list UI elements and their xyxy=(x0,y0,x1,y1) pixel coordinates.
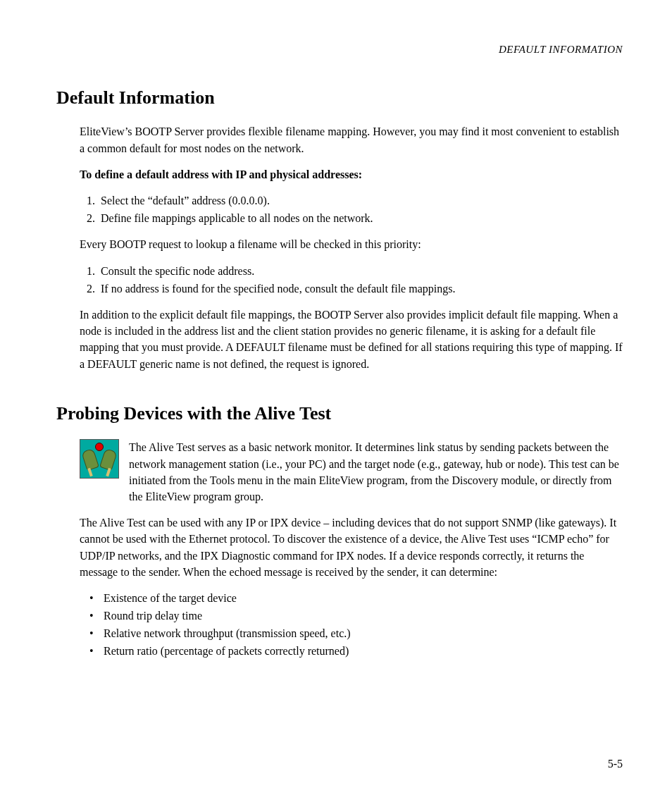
heading-alive-test: Probing Devices with the Alive Test xyxy=(56,400,623,427)
list-item: Existence of the target device xyxy=(89,590,623,606)
running-header: DEFAULT INFORMATION xyxy=(56,42,623,58)
list-item: Consult the specific node address. xyxy=(98,263,623,279)
procedure-title: To define a default address with IP and … xyxy=(80,166,623,183)
paragraph-alive-details: The Alive Test can be used with any IP o… xyxy=(80,515,623,580)
alive-test-icon xyxy=(80,439,119,479)
list-item: Return ratio (percentage of packets corr… xyxy=(89,643,623,659)
list-item: Define file mappings applicable to all n… xyxy=(98,210,623,226)
paragraph-intro: EliteView’s BOOTP Server provides flexib… xyxy=(80,123,623,156)
heading-default-information: Default Information xyxy=(56,85,623,111)
page-number: 5-5 xyxy=(608,756,623,772)
list-item: If no address is found for the specified… xyxy=(98,281,623,297)
paragraph-tail: In addition to the explicit default file… xyxy=(80,307,623,372)
paragraph-priority-intro: Every BOOTP request to lookup a filename… xyxy=(80,236,623,252)
procedure-steps: Select the “default” address (0.0.0.0). … xyxy=(80,192,623,226)
list-item: Select the “default” address (0.0.0.0). xyxy=(98,192,623,209)
paragraph-alive-intro: The Alive Test serves as a basic network… xyxy=(129,439,623,505)
list-item: Relative network throughput (transmissio… xyxy=(89,625,623,641)
list-item: Round trip delay time xyxy=(89,608,623,624)
alive-results-list: Existence of the target device Round tri… xyxy=(80,590,623,660)
priority-list: Consult the specific node address. If no… xyxy=(80,263,623,297)
